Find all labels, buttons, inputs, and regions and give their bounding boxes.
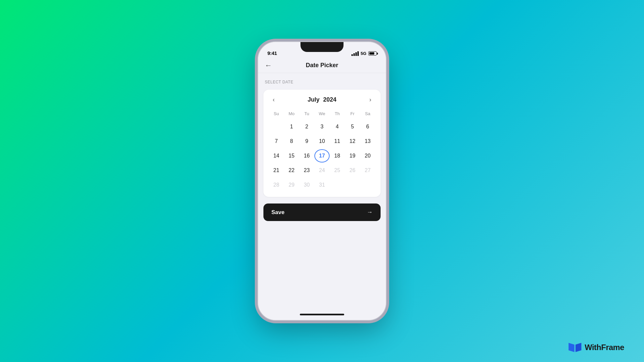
weekday-tu: Tu — [299, 110, 314, 117]
wf-shape-2 — [575, 343, 581, 352]
day-4[interactable]: 4 — [330, 120, 345, 133]
home-indicator — [258, 309, 386, 320]
day-empty-1 — [269, 120, 284, 133]
day-27: 27 — [360, 164, 375, 177]
battery-fill — [369, 52, 374, 55]
day-23[interactable]: 23 — [299, 164, 314, 177]
save-label: Save — [271, 209, 285, 216]
back-arrow-icon: ← — [265, 61, 272, 70]
day-17[interactable]: 17 — [314, 149, 330, 162]
wf-shape-1 — [569, 343, 575, 352]
weekday-row: Su Mo Tu We Th Fr Sa — [269, 110, 375, 117]
signal-bar-4 — [357, 51, 359, 56]
day-empty-2 — [330, 178, 345, 192]
save-button[interactable]: Save → — [263, 204, 381, 221]
signal-bars-icon — [351, 51, 359, 56]
page-title: Date Picker — [306, 62, 338, 69]
weekday-we: We — [314, 110, 330, 117]
day-2[interactable]: 2 — [299, 120, 314, 133]
withframe-icon — [569, 343, 581, 352]
day-7[interactable]: 7 — [269, 135, 284, 148]
day-19[interactable]: 19 — [345, 149, 360, 162]
day-12[interactable]: 12 — [345, 135, 360, 148]
year-label: 2024 — [323, 96, 337, 103]
day-3[interactable]: 3 — [314, 120, 330, 133]
next-month-button[interactable]: › — [367, 95, 374, 105]
status-5g: 5G — [361, 51, 366, 56]
day-16[interactable]: 16 — [299, 149, 314, 162]
section-label: SELECT DATE — [263, 80, 381, 84]
weekday-fr: Fr — [345, 110, 360, 117]
signal-bar-2 — [353, 53, 355, 56]
weekday-th: Th — [330, 110, 345, 117]
withframe-logo: WithFrame — [569, 343, 624, 352]
day-20[interactable]: 20 — [360, 149, 375, 162]
withframe-text: WithFrame — [585, 343, 624, 352]
status-icons: 5G — [351, 51, 377, 56]
weekday-su: Su — [269, 110, 284, 117]
day-18[interactable]: 18 — [330, 149, 345, 162]
back-button[interactable]: ← — [265, 61, 272, 70]
prev-month-button[interactable]: ‹ — [270, 95, 277, 105]
weekday-sa: Sa — [360, 110, 375, 117]
day-1[interactable]: 1 — [284, 120, 299, 133]
nav-bar: ← Date Picker — [258, 59, 386, 73]
phone-frame: 9:41 5G ← Date Picker SELECT DAT — [257, 41, 387, 321]
day-26: 26 — [345, 164, 360, 177]
notch — [300, 42, 344, 52]
day-empty-4 — [360, 178, 375, 192]
day-30: 30 — [299, 178, 314, 192]
day-11[interactable]: 11 — [330, 135, 345, 148]
day-6[interactable]: 6 — [360, 120, 375, 133]
month-year-label: July 2024 — [307, 96, 336, 103]
calendar-card: ‹ July 2024 › Su Mo Tu We Th Fr Sa — [263, 90, 381, 197]
day-29: 29 — [284, 178, 299, 192]
calendar-header: ‹ July 2024 › — [269, 95, 375, 105]
app-content: ← Date Picker SELECT DATE ‹ July 2024 › — [258, 59, 386, 309]
day-13[interactable]: 13 — [360, 135, 375, 148]
month-label: July — [307, 96, 319, 103]
day-31: 31 — [314, 178, 330, 192]
day-5[interactable]: 5 — [345, 120, 360, 133]
signal-bar-3 — [355, 52, 357, 56]
day-25: 25 — [330, 164, 345, 177]
save-arrow-icon: → — [367, 209, 373, 216]
day-15[interactable]: 15 — [284, 149, 299, 162]
day-21[interactable]: 21 — [269, 164, 284, 177]
battery-icon — [368, 51, 377, 56]
day-10[interactable]: 10 — [314, 135, 330, 148]
day-22[interactable]: 22 — [284, 164, 299, 177]
day-empty-3 — [345, 178, 360, 192]
signal-bar-1 — [351, 54, 353, 56]
home-bar — [300, 314, 344, 315]
days-grid: 1 2 3 4 5 6 7 8 9 10 11 12 13 14 15 — [269, 120, 375, 192]
day-14[interactable]: 14 — [269, 149, 284, 162]
day-24: 24 — [314, 164, 330, 177]
day-9[interactable]: 9 — [299, 135, 314, 148]
weekday-mo: Mo — [284, 110, 299, 117]
status-time: 9:41 — [267, 50, 277, 56]
content-area: SELECT DATE ‹ July 2024 › Su Mo Tu — [258, 73, 386, 309]
day-28: 28 — [269, 178, 284, 192]
day-8[interactable]: 8 — [284, 135, 299, 148]
